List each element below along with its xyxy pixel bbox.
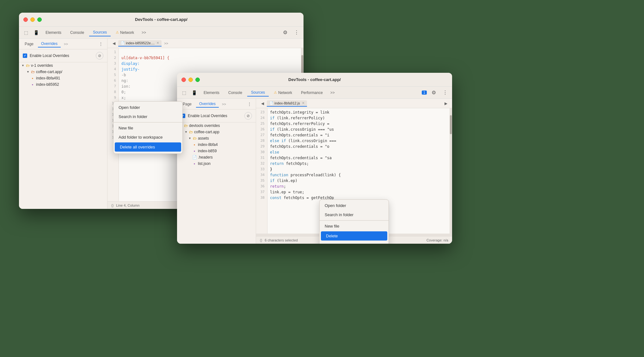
- ln-5: 5: [107, 72, 119, 78]
- tree-folder-2[interactable]: ▼ 🗁 coffee-cart.app: [177, 129, 256, 135]
- ln-37: 37: [256, 189, 267, 195]
- panel-tab-overrides-2[interactable]: Overrides: [196, 101, 219, 108]
- panel-more-1[interactable]: >>: [62, 41, 70, 47]
- tree-file-1[interactable]: index-8bfa491: [19, 75, 107, 81]
- tab-elements-2[interactable]: Elements: [200, 89, 223, 96]
- scrollbar-2[interactable]: [450, 108, 452, 234]
- menu-search-folder-2[interactable]: Search in folder: [320, 210, 389, 219]
- menu-delete-overrides-1[interactable]: Delete all overrides: [115, 142, 181, 152]
- code-line-r2: if (link.referrerPolicy): [270, 115, 450, 121]
- line-numbers-2: 23 24 25 26 27 28 29 30 31 32 33 34 35 3…: [256, 108, 267, 234]
- ln-36: 36: [256, 184, 267, 189]
- menu-icon-2[interactable]: ⋮: [441, 88, 450, 97]
- ln-28: 28: [256, 138, 267, 144]
- ln-35: 35: [256, 178, 267, 184]
- file-icon-2b: [192, 149, 197, 153]
- overrides-checkbox-1[interactable]: [23, 53, 27, 58]
- tab-elements-1[interactable]: Elements: [42, 29, 65, 36]
- minimize-button-1[interactable]: [30, 17, 35, 22]
- ln-2: 2: [107, 55, 119, 61]
- overrides-label-1: Enable Local Overrides: [30, 53, 93, 58]
- window-title-2: DevTools - coffee-cart.app/: [288, 77, 341, 82]
- panel-menu-btn-2[interactable]: ⋮: [246, 100, 253, 108]
- ln-1: 1: [107, 49, 119, 55]
- overrides-clear-btn-1[interactable]: ⊘: [96, 52, 103, 60]
- ln-27: 27: [256, 132, 267, 138]
- menu-add-folder-1[interactable]: Add folder to workspace: [113, 133, 182, 142]
- tree-root-1[interactable]: ▼ 🗁 v-1 overrides: [19, 62, 107, 69]
- tab-sources-1[interactable]: Sources: [89, 29, 111, 36]
- tree-file-2c[interactable]: 📄 .headers: [177, 154, 256, 160]
- tree-file-label-2a: index-8bfa4: [198, 142, 218, 147]
- settings-icon-1[interactable]: ⚙: [281, 28, 290, 37]
- tree-root-2[interactable]: ▼ 🗁 devtools overrides: [177, 122, 256, 129]
- tab-network-1[interactable]: ⚠ Network: [112, 29, 138, 36]
- file-tab-close-2[interactable]: ✕: [302, 101, 304, 105]
- inspect-icon-2[interactable]: ⬚: [180, 88, 188, 97]
- file-tab-close-1[interactable]: ✕: [156, 41, 159, 45]
- tree-file-2a[interactable]: index-8bfa4: [177, 141, 256, 148]
- maximize-button-2[interactable]: [195, 78, 200, 82]
- tree-label-root-1: v-1 overrides: [31, 63, 53, 68]
- code-line-r4: if (link.crossOrigin === "us: [270, 127, 450, 132]
- code-line-r7: fetchOpts.credentials = "o: [270, 144, 450, 149]
- close-button-1[interactable]: [23, 17, 28, 22]
- file-icon-2: [30, 82, 35, 87]
- tab-network-2[interactable]: ⚠ Network: [270, 89, 296, 96]
- overrides-clear-btn-2[interactable]: ⊘: [244, 112, 252, 120]
- code-line-r13: if (link.ep): [270, 178, 450, 184]
- tree-file-2[interactable]: index-b85952: [19, 81, 107, 88]
- tab-more-2[interactable]: >>: [328, 89, 337, 96]
- tree-file-2b[interactable]: index-b859: [177, 148, 256, 154]
- expand-btn-2[interactable]: ▶: [442, 100, 450, 107]
- ln-3: 3: [107, 61, 119, 66]
- panel-bar-2: Page Overrides >> ⋮: [177, 99, 256, 110]
- panel-more-2[interactable]: >>: [220, 102, 228, 107]
- panel-menu-btn-1[interactable]: ⋮: [97, 40, 105, 48]
- file-tab-icon-2: 📄: [269, 101, 273, 105]
- file-icon-1: [30, 76, 35, 80]
- panel-tab-page-1[interactable]: Page: [21, 41, 37, 47]
- inspect-icon-1[interactable]: ⬚: [21, 28, 30, 37]
- minimize-button-2[interactable]: [188, 78, 193, 82]
- file-icon-2d: [192, 161, 197, 166]
- menu-delete-2[interactable]: Delete: [321, 231, 387, 241]
- menu-new-file-2[interactable]: New file: [320, 222, 389, 231]
- settings-icon-2[interactable]: ⚙: [429, 88, 438, 97]
- tree-file-label-2b: index-b859: [198, 149, 217, 153]
- tab-more-1[interactable]: >>: [139, 29, 149, 36]
- tab-console-2[interactable]: Console: [224, 89, 246, 96]
- menu-new-file-1[interactable]: New file: [113, 123, 182, 133]
- status-left-2: 6 characters selected: [265, 238, 298, 242]
- tab-bar-1: ⬚ 📱 Elements Console Sources ⚠ Network >…: [19, 27, 304, 39]
- device-icon-2[interactable]: 📱: [190, 88, 199, 97]
- menu-open-folder-1[interactable]: Open folder: [113, 103, 182, 112]
- overrides-label-2: Enable Local Overrides: [188, 114, 242, 118]
- tree-file-2d[interactable]: list.json: [177, 160, 256, 167]
- tree-file-label-2d: list.json: [198, 161, 211, 166]
- ln-4: 4: [107, 66, 119, 72]
- file-icon-2c: 📄: [192, 155, 197, 160]
- code-line-1: [121, 49, 301, 55]
- maximize-button-1[interactable]: [37, 17, 42, 22]
- tree-subfolder-2[interactable]: ▼ 🗁 assets: [177, 135, 256, 141]
- file-tab-1[interactable]: 📄 index-b859522e.... ✕: [118, 40, 162, 47]
- tab-performance-2[interactable]: Performance: [297, 89, 327, 96]
- file-tab-2[interactable]: 📄 index-8bfa912.js ✕: [267, 100, 307, 107]
- menu-open-folder-2[interactable]: Open folder: [320, 201, 389, 210]
- file-tabs-more-1[interactable]: >>: [162, 41, 170, 46]
- tab-console-1[interactable]: Console: [66, 29, 88, 36]
- collapse-btn-1[interactable]: ◀: [110, 40, 118, 47]
- close-button-2[interactable]: [181, 78, 186, 82]
- menu-search-folder-1[interactable]: Search in folder: [113, 112, 182, 121]
- device-icon-1[interactable]: 📱: [32, 28, 40, 37]
- collapse-btn-2[interactable]: ◀: [259, 100, 266, 107]
- title-bar-2: DevTools - coffee-cart.app/: [177, 73, 452, 87]
- ln-33: 33: [256, 166, 267, 172]
- tab-sources-2[interactable]: Sources: [247, 89, 269, 97]
- tree-folder-1[interactable]: ▼ 🗁 coffee-cart.app/: [19, 69, 107, 75]
- panel-tab-overrides-1[interactable]: Overrides: [38, 41, 61, 47]
- menu-icon-1[interactable]: ⋮: [292, 28, 301, 37]
- menu-services-2[interactable]: Services ›: [320, 241, 389, 244]
- tab-actions-1: ⚙ ⋮: [281, 28, 301, 37]
